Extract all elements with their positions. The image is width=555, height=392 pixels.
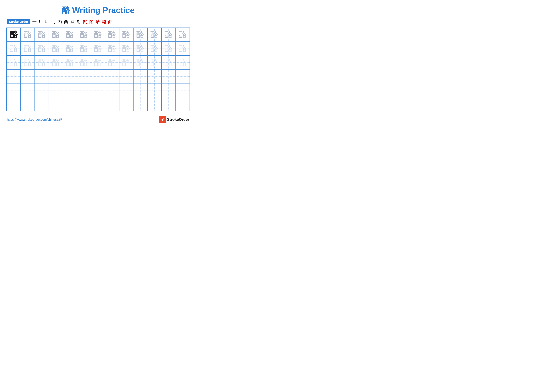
grid-cell-r6c11[interactable] (147, 97, 161, 111)
grid-cell-r5c6[interactable] (77, 83, 91, 97)
char-r3c7: 酪 (94, 58, 102, 67)
char-r1c9: 酪 (122, 30, 130, 39)
grid-cell-r1c8: 酪 (105, 28, 119, 42)
grid-cell-r2c2: 酪 (21, 42, 35, 56)
grid-cell-r3c5: 酪 (63, 56, 77, 69)
grid-cell-r2c9: 酪 (119, 42, 133, 56)
grid-cell-r5c1[interactable] (7, 83, 21, 97)
grid-cell-r2c7: 酪 (91, 42, 105, 56)
grid-cell-r5c9[interactable] (119, 83, 133, 97)
grid-cell-r2c11: 酪 (147, 42, 161, 56)
grid-cell-r4c11[interactable] (147, 69, 161, 83)
grid-cell-r5c4[interactable] (49, 83, 63, 97)
footer-logo: 字 StrokeOrder (159, 116, 189, 123)
grid-cell-r4c10[interactable] (133, 69, 147, 83)
grid-cell-r6c9[interactable] (119, 97, 133, 111)
grid-cell-r5c10[interactable] (133, 83, 147, 97)
grid-cell-r1c1: 酪 (7, 28, 21, 42)
strokeorder-logo-icon: 字 (159, 116, 166, 123)
grid-cell-r3c11: 酪 (147, 56, 161, 69)
char-r3c3: 酪 (38, 58, 46, 67)
char-r3c12: 酪 (164, 58, 173, 67)
grid-cell-r6c7[interactable] (91, 97, 105, 111)
grid-cell-r4c3[interactable] (35, 69, 49, 83)
grid-cell-r1c3: 酪 (35, 28, 49, 42)
char-r2c5: 酪 (66, 44, 74, 53)
grid-cell-r6c2[interactable] (21, 97, 35, 111)
grid-cell-r3c4: 酪 (49, 56, 63, 69)
char-r3c6: 酪 (80, 58, 88, 67)
char-r1c13: 酪 (178, 30, 187, 39)
stroke-9: 酌 (82, 19, 88, 25)
char-r2c8: 酪 (108, 44, 116, 53)
grid-cell-r1c11: 酪 (147, 28, 161, 42)
grid-cell-r6c3[interactable] (35, 97, 49, 111)
stroke-2: 厂 (38, 19, 44, 25)
char-r1c3: 酪 (38, 30, 46, 39)
stroke-8: 酊 (76, 19, 82, 25)
grid-cell-r6c13[interactable] (175, 97, 190, 111)
char-r2c11: 酪 (150, 44, 159, 53)
grid-cell-r6c12[interactable] (161, 97, 175, 111)
grid-cell-r3c1: 酪 (7, 56, 21, 69)
char-r2c6: 酪 (80, 44, 88, 53)
grid-cell-r4c7[interactable] (91, 69, 105, 83)
grid-cell-r4c9[interactable] (119, 69, 133, 83)
grid-cell-r5c3[interactable] (35, 83, 49, 97)
grid-cell-r4c6[interactable] (77, 69, 91, 83)
grid-cell-r4c4[interactable] (49, 69, 63, 83)
grid-cell-r3c2: 酪 (21, 56, 35, 69)
grid-cell-r2c5: 酪 (63, 42, 77, 56)
grid-cell-r4c13[interactable] (175, 69, 190, 83)
grid-cell-r1c10: 酪 (133, 28, 147, 42)
stroke-3: 㔿 (44, 19, 50, 25)
stroke-order-badge: Stroke Order (7, 19, 30, 24)
char-r1c4: 酪 (52, 30, 60, 39)
grid-cell-r1c13: 酪 (175, 28, 190, 42)
char-r1c12: 酪 (164, 30, 173, 39)
grid-cell-r5c12[interactable] (161, 83, 175, 97)
grid-cell-r6c6[interactable] (77, 97, 91, 111)
grid-cell-r5c8[interactable] (105, 83, 119, 97)
grid-cell-r2c3: 酪 (35, 42, 49, 56)
grid-cell-r6c8[interactable] (105, 97, 119, 111)
grid-cell-r2c8: 酪 (105, 42, 119, 56)
grid-cell-r3c7: 酪 (91, 56, 105, 69)
char-r3c10: 酪 (136, 58, 145, 67)
grid-cell-r6c1[interactable] (7, 97, 21, 111)
char-r1c11: 酪 (150, 30, 159, 39)
strokeorder-logo-text: StrokeOrder (167, 117, 189, 122)
grid-cell-r3c12: 酪 (161, 56, 175, 69)
grid-cell-r5c13[interactable] (175, 83, 190, 97)
char-r3c2: 酪 (24, 58, 32, 67)
grid-cell-r6c4[interactable] (49, 97, 63, 111)
grid-cell-r5c11[interactable] (147, 83, 161, 97)
grid-cell-r4c8[interactable] (105, 69, 119, 83)
char-r1c1: 酪 (9, 30, 18, 39)
grid-cell-r5c2[interactable] (21, 83, 35, 97)
stroke-4: 冂 (51, 19, 56, 25)
grid-cell-r6c5[interactable] (63, 97, 77, 111)
grid-cell-r3c6: 酪 (77, 56, 91, 69)
grid-cell-r1c9: 酪 (119, 28, 133, 42)
stroke-10: 酌 (89, 19, 94, 25)
grid-cell-r2c10: 酪 (133, 42, 147, 56)
grid-cell-r5c5[interactable] (63, 83, 77, 97)
grid-cell-r4c12[interactable] (161, 69, 175, 83)
grid-cell-r3c10: 酪 (133, 56, 147, 69)
grid-cell-r4c2[interactable] (21, 69, 35, 83)
grid-cell-r2c12: 酪 (161, 42, 175, 56)
grid-cell-r2c13: 酪 (175, 42, 190, 56)
stroke-sequence: 一 厂 㔿 冂 丙 酉 酉 酊 酌 酌 酪 酪 酪 (32, 19, 113, 25)
char-r2c1: 酪 (9, 44, 18, 53)
grid-cell-r3c3: 酪 (35, 56, 49, 69)
char-r3c11: 酪 (150, 58, 159, 67)
footer-url[interactable]: https://www.strokeorder.com/chinese/酪 (7, 117, 63, 122)
grid-cell-r4c5[interactable] (63, 69, 77, 83)
char-r2c13: 酪 (178, 44, 187, 53)
grid-cell-r4c1[interactable] (7, 69, 21, 83)
grid-cell-r5c7[interactable] (91, 83, 105, 97)
grid-cell-r6c10[interactable] (133, 97, 147, 111)
stroke-12: 酪 (101, 19, 107, 25)
stroke-6: 酉 (63, 19, 69, 25)
